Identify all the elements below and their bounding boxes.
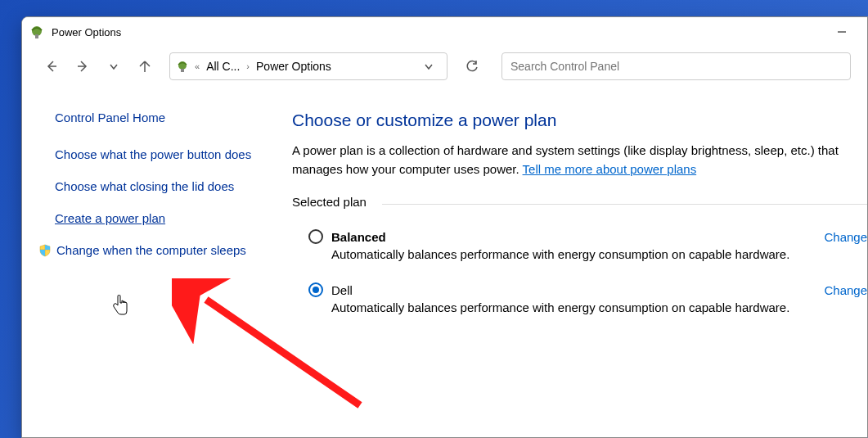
window-title: Power Options	[52, 26, 121, 38]
content-area: Control Panel Home Choose what the power…	[22, 86, 867, 437]
breadcrumb-dropdown-button[interactable]	[416, 53, 442, 79]
learn-more-link[interactable]: Tell me more about power plans	[523, 162, 697, 176]
svg-rect-6	[181, 69, 184, 72]
change-settings-dell[interactable]: Change	[824, 283, 867, 297]
plan-name-dell: Dell	[331, 283, 353, 297]
sidebar-link-power-button[interactable]: Choose what the power button does	[55, 146, 256, 163]
minimize-button[interactable]	[823, 19, 861, 45]
change-settings-balanced[interactable]: Change	[824, 230, 867, 244]
shield-icon	[38, 244, 52, 257]
control-panel-window: Power Options « All C... › Power Options	[21, 16, 868, 438]
refresh-button[interactable]	[459, 53, 485, 79]
chevron-right-icon: ›	[245, 61, 251, 71]
app-icon	[29, 24, 45, 40]
radio-dell[interactable]	[308, 282, 323, 297]
plan-name-balanced: Balanced	[331, 230, 386, 244]
recent-locations-button[interactable]	[101, 53, 127, 79]
navbar: « All C... › Power Options	[22, 47, 867, 86]
page-description: A power plan is a collection of hardware…	[292, 142, 867, 178]
fieldset-label: Selected plan	[292, 195, 375, 209]
main-panel: Choose or customize a power plan A power…	[276, 111, 867, 437]
sidebar-home-link[interactable]: Control Panel Home	[55, 111, 256, 124]
plan-row-dell: Dell Change	[292, 278, 867, 299]
chevron-left-icon: «	[193, 61, 201, 71]
page-heading: Choose or customize a power plan	[292, 111, 867, 130]
plan-row-balanced: Balanced Change	[292, 224, 867, 246]
sidebar-link-create-plan[interactable]: Create a power plan	[55, 210, 256, 227]
sidebar-link-close-lid[interactable]: Choose what closing the lid does	[55, 178, 256, 195]
sidebar: Control Panel Home Choose what the power…	[22, 111, 276, 437]
plan-desc-dell: Automatically balances performance with …	[292, 299, 867, 331]
radio-balanced[interactable]	[308, 229, 323, 244]
titlebar: Power Options	[22, 17, 867, 47]
forward-button[interactable]	[70, 53, 96, 79]
breadcrumb-segment-2[interactable]: Power Options	[254, 60, 333, 73]
address-bar[interactable]: « All C... › Power Options	[169, 52, 447, 80]
sidebar-item-sleep[interactable]: Change when the computer sleeps	[38, 242, 256, 259]
back-button[interactable]	[38, 53, 65, 79]
breadcrumb-segment-1[interactable]: All C...	[205, 60, 241, 73]
selected-plan-fieldset: Selected plan	[292, 195, 867, 210]
plan-desc-balanced: Automatically balances performance with …	[292, 246, 867, 278]
sidebar-link-sleep-label: Change when the computer sleeps	[56, 242, 246, 259]
up-button[interactable]	[132, 53, 158, 79]
svg-rect-1	[35, 34, 38, 38]
breadcrumb-icon	[175, 59, 190, 74]
search-input[interactable]	[501, 52, 851, 80]
